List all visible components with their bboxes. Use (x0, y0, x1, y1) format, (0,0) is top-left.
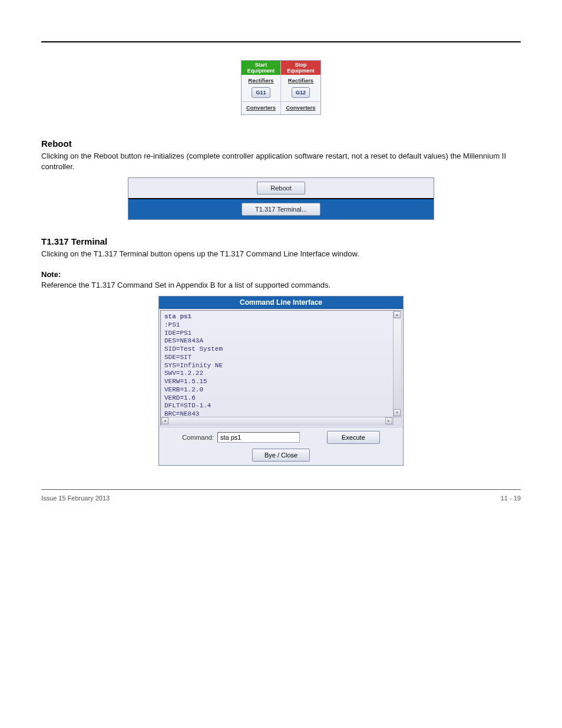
scroll-up-icon[interactable]: ▴ (394, 311, 401, 318)
cli-line: DFLT=STD-1.4 (164, 402, 398, 410)
terminal-row: T1.317 Terminal... (128, 199, 434, 219)
cli-line: SID=Test System (164, 345, 398, 354)
reboot-body-text: Clicking on the Reboot button re-initial… (41, 151, 521, 172)
converters-label-stop: Converters (286, 102, 315, 114)
equipment-start-column: Start Equipment Rectifiers G11 (242, 61, 281, 101)
cli-command-row: Command: Execute (159, 427, 403, 446)
scroll-corner (393, 417, 401, 425)
reboot-row: Reboot (128, 178, 434, 198)
footer-rule (41, 489, 521, 490)
cli-line: DES=NE843A (164, 337, 398, 345)
cli-line: IDE=PS1 (164, 330, 398, 338)
rectifiers-label-start: Rectifiers (248, 75, 273, 87)
rectifiers-label-stop: Rectifiers (288, 75, 313, 87)
cli-line: VERB=1.2.0 (164, 386, 398, 394)
command-line-interface-window: Command Line Interface sta ps1 :PS1 IDE=… (158, 296, 404, 466)
horizontal-scrollbar[interactable]: ◂ ▸ (161, 417, 393, 425)
bye-close-button[interactable]: Bye / Close (252, 449, 310, 462)
note-body-text: Reference the T1.317 Command Set in Appe… (41, 280, 521, 291)
equipment-stop-column: Stop Equipment Rectifiers G12 (281, 61, 320, 101)
reboot-heading: Reboot (41, 139, 521, 149)
command-input[interactable] (217, 432, 300, 443)
page-footer: Issue 15 February 2013 11 - 19 (41, 495, 521, 502)
note-heading: Note: (41, 270, 521, 279)
cli-line: VERW=1.5.15 (164, 378, 398, 386)
scroll-down-icon[interactable]: ▾ (394, 409, 401, 416)
stop-rectifier-g12-button[interactable]: G12 (292, 87, 310, 98)
terminal-heading: T1.317 Terminal (41, 236, 521, 246)
stop-equipment-header: Stop Equipment (281, 61, 320, 75)
command-label: Command: (182, 434, 214, 441)
t1317-terminal-button[interactable]: T1.317 Terminal... (242, 203, 320, 216)
reboot-button[interactable]: Reboot (257, 182, 305, 195)
scroll-left-icon[interactable]: ◂ (161, 417, 168, 424)
converters-label-start: Converters (246, 102, 276, 114)
cli-line: SYS=Infinity NE (164, 362, 398, 370)
start-equipment-header: Start Equipment (242, 61, 280, 75)
footer-issue: Issue 15 February 2013 (41, 495, 110, 502)
scroll-right-icon[interactable]: ▸ (385, 417, 392, 424)
execute-button[interactable]: Execute (327, 431, 380, 444)
cli-output-area: sta ps1 :PS1 IDE=PS1 DES=NE843A SID=Test… (160, 310, 402, 426)
cli-line: sta ps1 (164, 313, 398, 321)
vertical-scrollbar[interactable]: ▴ ▾ (393, 311, 401, 417)
reboot-terminal-bar-figure: Reboot T1.317 Terminal... (128, 177, 434, 220)
footer-page-number: 11 - 19 (501, 495, 521, 502)
cli-close-row: Bye / Close (159, 446, 403, 463)
cli-title: Command Line Interface (159, 297, 403, 309)
header-rule (41, 41, 521, 42)
cli-line: :PS1 (164, 321, 398, 330)
start-rectifier-g11-button[interactable]: G11 (252, 87, 270, 98)
converters-stop-column: Converters (281, 102, 320, 114)
cli-line: SDE=SIT (164, 354, 398, 362)
cli-line: VERD=1.6 (164, 394, 398, 403)
cli-line: SWV=1.2.22 (164, 370, 398, 378)
converters-start-column: Converters (242, 102, 281, 114)
equipment-panel: Start Equipment Rectifiers G11 Stop Equi… (241, 60, 321, 115)
equipment-panel-figure: Start Equipment Rectifiers G11 Stop Equi… (41, 60, 521, 115)
terminal-intro-text: Clicking on the T1.317 Terminal button o… (41, 249, 521, 259)
